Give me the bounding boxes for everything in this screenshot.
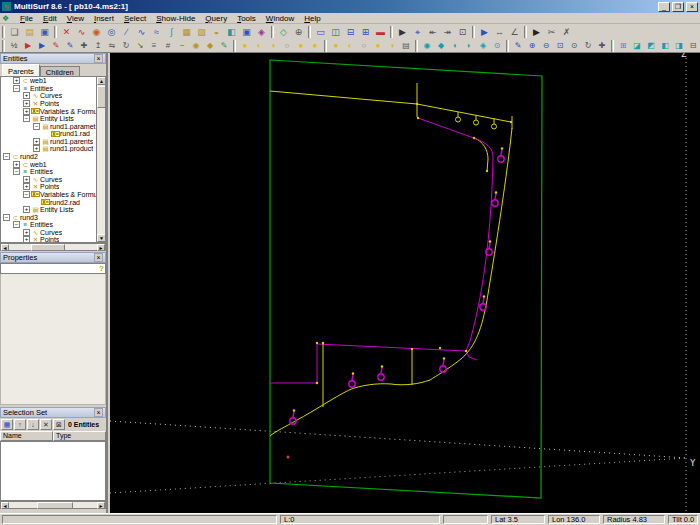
menu-item-file[interactable]: File — [15, 13, 38, 24]
tree-item-points[interactable]: +✕Points — [1, 100, 96, 108]
rendered-mode-button[interactable]: ◧ — [658, 40, 672, 52]
clear-selection-button[interactable]: ⊠ — [53, 419, 65, 430]
create-snake-button[interactable]: ʃ — [164, 25, 179, 39]
view-persp-button[interactable]: ⊙ — [490, 40, 504, 52]
expand-icon[interactable]: + — [23, 206, 30, 213]
weight-button[interactable]: ◉ — [189, 40, 203, 52]
offset-button[interactable]: ↥ — [91, 40, 105, 52]
tree-item-variables-formul[interactable]: −X=Variables & Formul — [1, 191, 96, 199]
tree-item-web1[interactable]: +⊂web1 — [1, 77, 96, 85]
open-file-button[interactable]: ▤ — [22, 25, 37, 39]
view-split-v-button[interactable]: ⊟ — [343, 25, 358, 39]
selection-close-icon[interactable]: × — [94, 408, 103, 417]
tab-children[interactable]: Children — [40, 66, 80, 76]
tree-vscrollbar[interactable]: ▲ ▼ — [96, 77, 105, 242]
properties-close-icon[interactable]: × — [94, 253, 103, 262]
select-all-button[interactable]: ⊡ — [455, 25, 470, 39]
scroll-up-icon[interactable]: ▲ — [97, 77, 106, 85]
tree-item-rund3[interactable]: −⊂rund3 — [1, 213, 96, 221]
view-front-button[interactable]: ◆ — [434, 40, 448, 52]
view-side-button[interactable]: ◖ — [448, 40, 462, 52]
create-blend-surface-button[interactable]: ▧ — [194, 25, 209, 39]
create-magnet-button[interactable]: ◎ — [104, 25, 119, 39]
menu-item-insert[interactable]: Insert — [89, 13, 119, 24]
scroll-left-icon[interactable]: ◄ — [1, 502, 9, 509]
toggle-visibility-button[interactable]: ● — [329, 40, 343, 52]
expand-icon[interactable]: + — [23, 108, 30, 115]
collapse-icon[interactable]: − — [23, 115, 30, 122]
collapse-icon[interactable]: − — [13, 221, 20, 228]
delete-button[interactable]: ✗ — [559, 25, 574, 39]
perspective-mode-button[interactable]: ⊟ — [686, 40, 700, 52]
view-pan-button[interactable]: ✚ — [595, 40, 609, 52]
tree-item-rund2[interactable]: −⊂rund2 — [1, 153, 96, 161]
tree-item-rund2-rad[interactable]: X=rund2.rad — [1, 198, 96, 206]
tree-item-entity-lists[interactable]: −▤Entity Lists — [1, 115, 96, 123]
close-button[interactable]: × — [686, 2, 698, 12]
menu-item-view[interactable]: View — [62, 13, 89, 24]
zoom-extents-button[interactable]: ⊙ — [567, 40, 581, 52]
shaded-mode-button[interactable]: ◩ — [644, 40, 658, 52]
create-trimmed-surface-button[interactable]: ◧ — [224, 25, 239, 39]
expand-icon[interactable]: + — [33, 145, 40, 152]
menu-item-window[interactable]: Window — [261, 13, 299, 24]
select-next-button[interactable]: ↠ — [440, 25, 455, 39]
menu-item-select[interactable]: Select — [119, 13, 151, 24]
create-composite-button[interactable]: ◈ — [254, 25, 269, 39]
measure-distance-button[interactable]: ↔ — [492, 25, 507, 39]
view-rotate-button[interactable]: ↻ — [581, 40, 595, 52]
collapse-icon[interactable]: − — [13, 168, 20, 175]
scale-entity-button[interactable]: ↘ — [133, 40, 147, 52]
align-button[interactable]: ≡ — [147, 40, 161, 52]
show-children-button[interactable]: ● — [308, 40, 322, 52]
properties-helper-icon[interactable]: ? — [99, 264, 104, 273]
create-line-button[interactable]: ∕ — [119, 25, 134, 39]
create-ccurve-button[interactable]: ≈ — [149, 25, 164, 39]
expand-icon[interactable]: + — [23, 176, 30, 183]
tree-item-curves[interactable]: +∿Curves — [1, 229, 96, 237]
selection-hscroll-thumb[interactable] — [37, 502, 73, 509]
expand-icon[interactable]: + — [23, 92, 30, 99]
select-pointer-button[interactable]: ▶ — [395, 25, 410, 39]
hide-all-button[interactable]: ○ — [280, 40, 294, 52]
scroll-down-icon[interactable]: ▼ — [97, 234, 106, 242]
knot-button[interactable]: ◆ — [203, 40, 217, 52]
wireframe-mode-button[interactable]: ⊞ — [616, 40, 630, 52]
show-by-type-button[interactable]: ◐ — [343, 40, 357, 52]
tree-item-entities[interactable]: −≡Entities — [1, 168, 96, 176]
restore-button[interactable]: ❐ — [672, 2, 684, 12]
select-nearest-button[interactable]: ⌖ — [410, 25, 425, 39]
model-viewport[interactable]: ZYX — [110, 53, 700, 513]
collapse-icon[interactable]: − — [3, 153, 10, 160]
hidden-line-mode-button[interactable]: ◪ — [630, 40, 644, 52]
menu-item-show-hide[interactable]: Show-Hide — [151, 13, 200, 24]
select-prev-button[interactable]: ↞ — [425, 25, 440, 39]
scroll-left-icon[interactable]: ◄ — [1, 244, 9, 251]
move-entity-button[interactable]: ✚ — [77, 40, 91, 52]
collapse-icon[interactable]: − — [3, 214, 10, 221]
mirror-button[interactable]: ⇋ — [105, 40, 119, 52]
zoom-in-button[interactable]: ⊕ — [525, 40, 539, 52]
scale-half-button[interactable]: ½ — [7, 40, 21, 52]
view-iso-button[interactable]: ◈ — [476, 40, 490, 52]
create-bcurve-button[interactable]: ∿ — [134, 25, 149, 39]
tree-item-rund1-parents[interactable]: +▤rund1.parents — [1, 138, 96, 146]
create-solid-button[interactable]: ▣ — [239, 25, 254, 39]
column-header-type[interactable]: Type — [53, 431, 106, 441]
relabel-button[interactable]: ✎ — [217, 40, 231, 52]
textured-mode-button[interactable]: ◨ — [672, 40, 686, 52]
menu-item-tools[interactable]: Tools — [232, 13, 261, 24]
selection-list-button[interactable]: ▦ — [1, 419, 13, 430]
show-parents-button[interactable]: ● — [294, 40, 308, 52]
tree-item-points[interactable]: +✕Points — [1, 183, 96, 191]
view-quad-button[interactable]: ⊞ — [358, 25, 373, 39]
invert-visibility-button[interactable]: ◑ — [385, 40, 399, 52]
move-down-button[interactable]: ↓ — [27, 419, 39, 430]
tree-hscroll-thumb[interactable] — [31, 244, 65, 251]
drag-point-button[interactable]: ▶ — [21, 40, 35, 52]
edit-point-button[interactable]: ✎ — [49, 40, 63, 52]
move-up-button[interactable]: ↑ — [14, 419, 26, 430]
visibility-list-button[interactable]: ▤ — [399, 40, 413, 52]
tree-item-entities[interactable]: −≡Entities — [1, 85, 96, 93]
tree-hscrollbar[interactable]: ◄ ► — [0, 243, 106, 251]
